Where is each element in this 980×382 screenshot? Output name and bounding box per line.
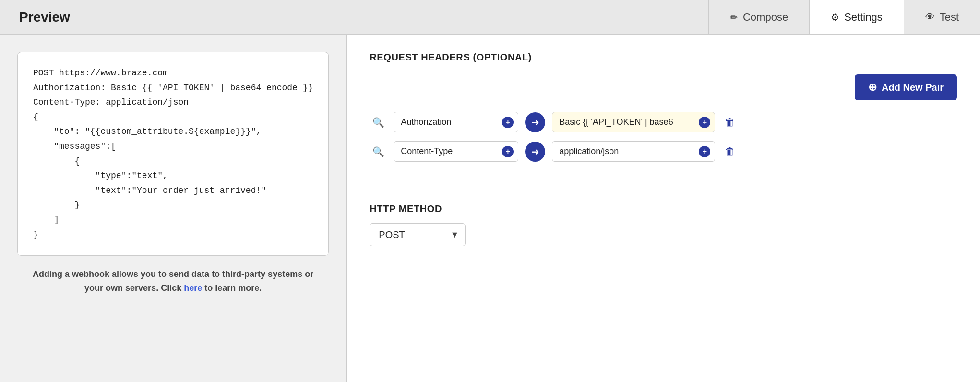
add-new-pair-button[interactable]: ⊕ Add New Pair [855,74,957,100]
settings-icon: ⚙ [831,12,839,23]
tab-compose[interactable]: ✏ Compose [708,0,809,34]
value-input-2[interactable] [552,141,715,162]
header: Preview ✏ Compose ⚙ Settings 👁 Test [0,0,980,35]
method-select[interactable]: GET POST PUT DELETE PATCH [370,223,466,246]
key-plus-1[interactable]: + [502,117,514,128]
add-icon: ⊕ [868,81,877,94]
value-input-wrap-1: + [552,112,715,132]
info-text: Adding a webhook allows you to send data… [17,267,329,295]
key-input-wrap-2: + [394,141,518,162]
request-headers-title: REQUEST HEADERS (OPTIONAL) [370,52,957,63]
main-content: POST https://www.braze.com Authorization… [0,35,980,382]
value-plus-1[interactable]: + [699,117,710,128]
http-method-section: HTTP METHOD GET POST PUT DELETE PATCH ▼ [370,202,957,246]
key-plus-2[interactable]: + [502,146,514,157]
right-panel: REQUEST HEADERS (OPTIONAL) ⊕ Add New Pai… [346,35,980,382]
value-input-1[interactable] [552,112,715,132]
header-row-authorization: 🔍 + ➜ + 🗑 [370,112,957,132]
key-input-1[interactable] [394,112,518,132]
header-row-content-type: 🔍 + ➜ + 🗑 [370,141,957,162]
tab-settings[interactable]: ⚙ Settings [809,0,904,34]
learn-more-link[interactable]: here [184,283,202,293]
key-input-wrap-1: + [394,112,518,132]
value-input-wrap-2: + [552,141,715,162]
method-select-wrap: GET POST PUT DELETE PATCH ▼ [370,223,466,246]
tab-bar: ✏ Compose ⚙ Settings 👁 Test [708,0,980,34]
key-input-2[interactable] [394,141,518,162]
value-plus-2[interactable]: + [699,146,710,157]
page-title: Preview [0,10,89,25]
compose-icon: ✏ [730,12,738,23]
arrow-btn-1[interactable]: ➜ [525,112,545,132]
code-preview: POST https://www.braze.com Authorization… [17,52,329,256]
http-method-title: HTTP METHOD [370,203,957,215]
tab-test[interactable]: 👁 Test [904,0,980,34]
delete-btn-2[interactable]: 🗑 [725,145,735,158]
magnify-icon-2[interactable]: 🔍 [370,143,387,160]
arrow-btn-2[interactable]: ➜ [525,142,545,162]
left-panel: POST https://www.braze.com Authorization… [0,35,346,382]
test-icon: 👁 [925,12,935,23]
request-headers-section: REQUEST HEADERS (OPTIONAL) ⊕ Add New Pai… [370,52,957,186]
magnify-icon-1[interactable]: 🔍 [370,114,387,131]
delete-btn-1[interactable]: 🗑 [725,116,735,129]
